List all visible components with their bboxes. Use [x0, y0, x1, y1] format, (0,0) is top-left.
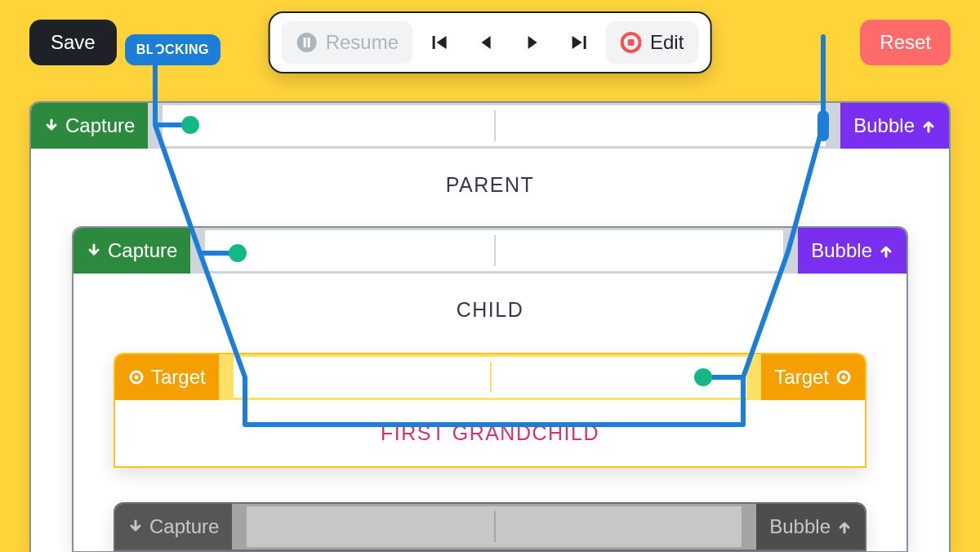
node-title-parent: PARENT: [31, 149, 949, 211]
capture-label: Capture: [149, 515, 219, 538]
event-track-grandchild2[interactable]: [247, 504, 742, 550]
track-gutter: [826, 103, 840, 149]
node-title-grandchild: FIRST GRANDCHILD: [115, 400, 865, 466]
skip-forward-button[interactable]: [559, 25, 599, 60]
target-tab-right[interactable]: Target: [761, 354, 865, 400]
track-gutter: [148, 103, 163, 149]
blocking-badge: BLOCKING: [125, 34, 220, 65]
skip-forward-icon: [570, 33, 588, 51]
capture-label: Capture: [108, 239, 177, 262]
resume-label: Resume: [326, 31, 399, 54]
arrow-up-icon: [837, 519, 852, 534]
path-dot: [694, 368, 712, 386]
track-gutter: [219, 354, 234, 400]
step-back-button[interactable]: [467, 26, 506, 59]
svg-point-0: [297, 33, 317, 52]
edit-label: Edit: [650, 31, 684, 54]
path-dot: [181, 116, 199, 134]
track-gutter: [742, 504, 756, 550]
pause-icon: [296, 32, 318, 53]
bubble-label: Bubble: [811, 239, 872, 262]
capture-tab-parent[interactable]: Capture: [31, 103, 148, 149]
arrow-down-icon: [87, 243, 101, 258]
capture-tab-child[interactable]: Capture: [74, 228, 190, 274]
resume-button[interactable]: Resume: [282, 21, 413, 64]
skip-back-icon: [431, 33, 449, 51]
target-icon: [835, 369, 852, 385]
node-first-grandchild[interactable]: Target Target FIRST GRANDCHILD: [114, 353, 866, 468]
svg-rect-3: [433, 36, 435, 49]
svg-point-10: [842, 376, 846, 380]
step-forward-button[interactable]: [513, 26, 552, 59]
svg-point-8: [135, 376, 139, 380]
target-label: Target: [774, 366, 829, 389]
svg-rect-2: [308, 38, 310, 47]
playback-controls: Resume Edit: [269, 11, 712, 73]
node-parent[interactable]: Capture Bubble PARENT Capture: [29, 101, 951, 552]
bubble-tab-grandchild2[interactable]: Bubble: [756, 504, 865, 550]
bubble-tab-child[interactable]: Bubble: [798, 228, 906, 274]
path-dot: [229, 244, 247, 262]
triangle-left-icon: [479, 34, 495, 51]
triangle-right-icon: [524, 34, 541, 51]
arrow-down-icon: [44, 118, 59, 133]
node-child[interactable]: Capture Bubble CHILD: [72, 226, 908, 552]
stop-icon: [621, 32, 642, 53]
track-gutter: [190, 228, 205, 274]
save-button[interactable]: Save: [29, 20, 117, 65]
target-label: Target: [151, 366, 206, 389]
arrow-down-icon: [128, 519, 143, 534]
event-track-grandchild[interactable]: [234, 354, 747, 400]
capture-label: Capture: [65, 114, 135, 137]
track-gutter: [232, 504, 247, 550]
bubble-label: Bubble: [853, 114, 915, 137]
track-gutter: [783, 228, 798, 274]
target-icon: [128, 369, 145, 385]
capture-tab-grandchild2[interactable]: Capture: [115, 504, 232, 550]
event-track-parent[interactable]: [163, 103, 826, 149]
edit-button[interactable]: Edit: [606, 21, 698, 64]
bubble-label: Bubble: [769, 515, 831, 538]
svg-rect-1: [304, 38, 306, 47]
track-gutter: [746, 354, 761, 400]
node-title-child: CHILD: [74, 274, 906, 336]
arrow-up-icon: [879, 243, 893, 258]
node-second-grandchild[interactable]: Capture Bubble: [114, 502, 866, 551]
bubble-tab-parent[interactable]: Bubble: [840, 103, 949, 149]
reset-button[interactable]: Reset: [860, 20, 951, 65]
svg-rect-6: [628, 39, 635, 46]
event-stage: Capture Bubble PARENT Capture: [29, 101, 951, 552]
arrow-up-icon: [921, 118, 936, 133]
target-tab-left[interactable]: Target: [115, 354, 219, 400]
event-track-child[interactable]: [205, 228, 783, 274]
skip-back-button[interactable]: [420, 25, 461, 60]
svg-rect-4: [584, 36, 586, 49]
